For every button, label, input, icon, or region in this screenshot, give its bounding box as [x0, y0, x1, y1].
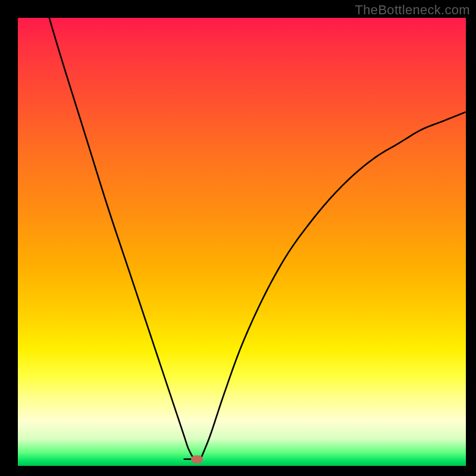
minimum-marker [191, 455, 203, 463]
chart-area [18, 18, 466, 466]
curve-left-branch [49, 18, 193, 457]
curve-right-branch [202, 112, 466, 457]
curve-svg [18, 18, 466, 466]
attribution-text: TheBottleneck.com [355, 2, 470, 18]
